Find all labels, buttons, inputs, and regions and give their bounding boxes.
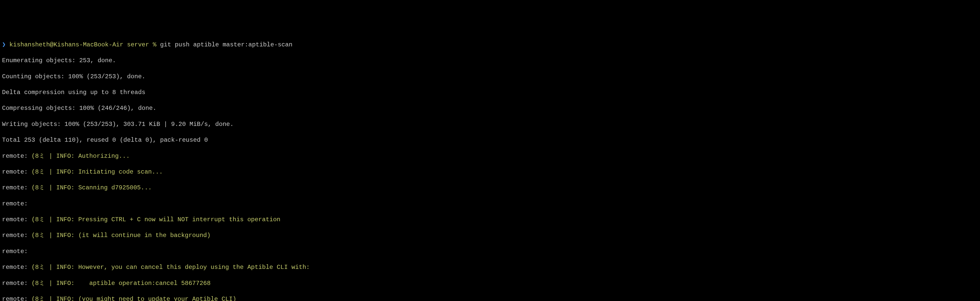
remote-prefix: remote:: [2, 296, 32, 301]
remote-line: remote: (8ミ | INFO: aptible operation:ca…: [2, 279, 978, 287]
remote-line: remote: (8ミ | INFO: Authorizing...: [2, 152, 978, 160]
remote-prefix: remote:: [2, 184, 32, 191]
prompt-text: kishansheth@Kishans-MacBook-Air server %: [10, 41, 160, 48]
output-line: Counting objects: 100% (253/253), done.: [2, 73, 978, 81]
remote-line: remote: (8ミ | INFO: Initiating code scan…: [2, 168, 978, 176]
remote-line-blank: remote:: [2, 247, 978, 255]
remote-prefix: remote:: [2, 264, 32, 271]
output-line: Total 253 (delta 110), reused 0 (delta 0…: [2, 136, 978, 144]
output-line: Compressing objects: 100% (246/246), don…: [2, 104, 978, 112]
remote-line-blank: remote:: [2, 200, 978, 208]
remote-prefix: remote:: [2, 153, 32, 160]
remote-info: (8ミ | INFO: Pressing CTRL + C now will N…: [32, 216, 280, 223]
remote-info: (8ミ | INFO: (it will continue in the bac…: [32, 232, 210, 239]
output-line: Writing objects: 100% (253/253), 303.71 …: [2, 120, 978, 128]
remote-info: (8ミ | INFO: Scanning d7925005...: [32, 184, 151, 191]
remote-info: (8ミ | INFO: (you might need to update yo…: [32, 296, 236, 301]
remote-line: remote: (8ミ | INFO: Pressing CTRL + C no…: [2, 215, 978, 223]
remote-info: (8ミ | INFO: Authorizing...: [32, 153, 130, 160]
output-line: Enumerating objects: 253, done.: [2, 57, 978, 65]
prompt-marker: ❯: [2, 41, 6, 48]
remote-line: remote: (8ミ | INFO: However, you can can…: [2, 263, 978, 271]
command-text: git push aptible master:aptible-scan: [160, 41, 292, 48]
remote-line: remote: (8ミ | INFO: (you might need to u…: [2, 295, 978, 301]
remote-info: (8ミ | INFO: However, you can cancel this…: [32, 264, 310, 271]
remote-prefix: remote:: [2, 168, 32, 175]
remote-prefix: remote:: [2, 232, 32, 239]
remote-prefix: remote:: [2, 248, 32, 255]
terminal-output[interactable]: ❯ kishansheth@Kishans-MacBook-Air server…: [2, 33, 978, 301]
remote-prefix: remote:: [2, 200, 32, 207]
remote-prefix: remote:: [2, 216, 32, 223]
prompt-line-1: ❯ kishansheth@Kishans-MacBook-Air server…: [2, 41, 978, 49]
remote-info: (8ミ | INFO: Initiating code scan...: [32, 168, 163, 175]
remote-info: (8ミ | INFO: aptible operation:cancel 586…: [32, 280, 210, 287]
remote-line: remote: (8ミ | INFO: (it will continue in…: [2, 231, 978, 239]
remote-line: remote: (8ミ | INFO: Scanning d7925005...: [2, 184, 978, 192]
output-line: Delta compression using up to 8 threads: [2, 89, 978, 96]
remote-prefix: remote:: [2, 280, 32, 287]
